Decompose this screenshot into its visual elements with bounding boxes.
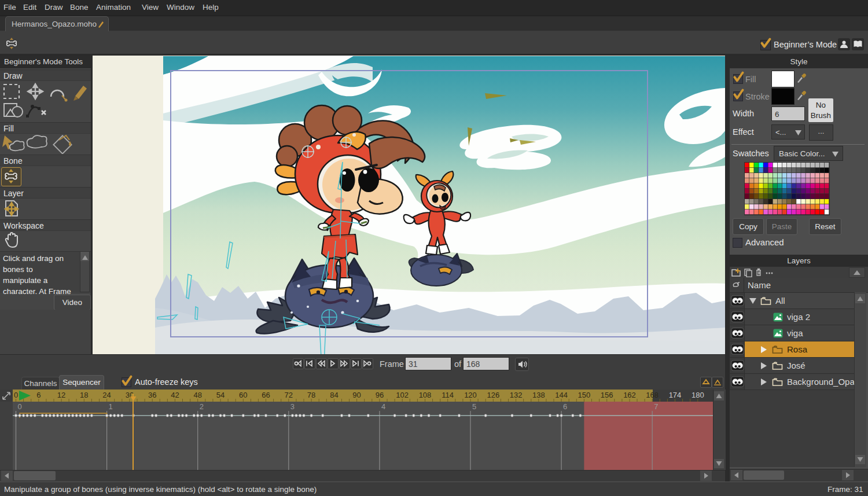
svg-text:102: 102 xyxy=(396,391,409,399)
svg-text:120: 120 xyxy=(464,391,477,399)
svg-text:114: 114 xyxy=(442,391,454,399)
svg-text:6: 6 xyxy=(563,402,567,411)
svg-text:126: 126 xyxy=(487,391,499,399)
svg-text:0: 0 xyxy=(18,402,22,411)
svg-text:3: 3 xyxy=(290,402,295,411)
svg-text:108: 108 xyxy=(419,391,432,399)
svg-text:162: 162 xyxy=(623,391,636,399)
svg-text:78: 78 xyxy=(307,391,315,399)
svg-text:150: 150 xyxy=(578,391,591,399)
svg-text:168: 168 xyxy=(646,391,659,399)
svg-text:1: 1 xyxy=(109,402,113,411)
svg-text:132: 132 xyxy=(510,391,523,399)
svg-text:42: 42 xyxy=(171,391,179,399)
svg-text:60: 60 xyxy=(239,391,247,399)
svg-text:24: 24 xyxy=(102,391,111,399)
svg-text:144: 144 xyxy=(555,391,568,399)
svg-text:6: 6 xyxy=(36,391,41,399)
svg-text:156: 156 xyxy=(601,391,613,399)
svg-text:0: 0 xyxy=(14,391,18,399)
svg-text:54: 54 xyxy=(216,391,225,399)
svg-text:4: 4 xyxy=(381,402,385,411)
svg-text:36: 36 xyxy=(148,391,156,399)
svg-text:96: 96 xyxy=(376,391,384,399)
svg-text:5: 5 xyxy=(472,402,476,411)
svg-text:18: 18 xyxy=(80,391,88,399)
svg-text:174: 174 xyxy=(669,391,682,399)
svg-text:90: 90 xyxy=(352,391,361,399)
svg-text:48: 48 xyxy=(193,391,201,399)
svg-text:180: 180 xyxy=(692,391,704,399)
svg-text:84: 84 xyxy=(330,391,338,399)
svg-text:66: 66 xyxy=(262,391,270,399)
svg-text:12: 12 xyxy=(57,391,65,399)
svg-text:72: 72 xyxy=(285,391,293,399)
svg-text:138: 138 xyxy=(532,391,545,399)
svg-text:7: 7 xyxy=(654,402,658,411)
svg-text:2: 2 xyxy=(200,402,204,411)
